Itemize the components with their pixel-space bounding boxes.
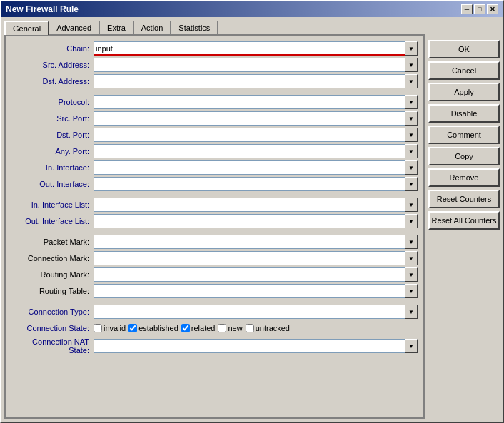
routing-mark-label: Routing Mark: [11, 270, 94, 279]
connection-mark-select[interactable] [94, 251, 418, 265]
any-port-label: Any. Port: [11, 147, 94, 156]
in-interface-label: In. Interface: [11, 163, 94, 172]
src-port-select[interactable] [94, 111, 418, 126]
disable-button[interactable]: Disable [428, 104, 500, 123]
src-address-select[interactable] [94, 58, 418, 72]
dst-address-wrap: ▼ [94, 74, 418, 88]
connection-type-row: Connection Type: ▼ [11, 305, 418, 319]
routing-table-select[interactable] [94, 284, 418, 298]
remove-button[interactable]: Remove [428, 168, 500, 187]
connection-type-wrap: ▼ [94, 305, 418, 319]
cs-established-checkbox[interactable] [128, 324, 137, 332]
apply-button[interactable]: Apply [428, 83, 500, 101]
cs-invalid-label: invalid [104, 324, 126, 332]
any-port-wrap: ▼ [94, 144, 418, 158]
tab-advanced[interactable]: Advanced [49, 21, 99, 35]
connection-state-items: invalid established related new [94, 324, 418, 332]
out-interface-list-wrap: ▼ [94, 214, 418, 228]
in-interface-row: In. Interface: ▼ [11, 160, 418, 175]
tab-extra[interactable]: Extra [99, 21, 133, 35]
in-interface-wrap: ▼ [94, 160, 418, 175]
connection-mark-label: Connection Mark: [11, 254, 94, 263]
out-interface-label: Out. Interface: [11, 180, 94, 188]
title-bar-buttons: ─ □ ✕ [461, 4, 498, 14]
connection-type-label: Connection Type: [11, 307, 94, 316]
protocol-label: Protocol: [11, 98, 94, 106]
cs-untracked-label: untracked [256, 324, 290, 332]
chain-label: Chain: [11, 44, 94, 53]
dst-port-select[interactable] [94, 128, 418, 142]
routing-table-label: Routing Table: [11, 287, 94, 295]
left-panel: General Advanced Extra Action Statistics… [4, 20, 425, 419]
src-address-wrap: ▼ [94, 58, 418, 72]
cs-related-checkbox[interactable] [181, 324, 190, 332]
in-interface-list-wrap: ▼ [94, 198, 418, 212]
routing-mark-wrap: ▼ [94, 267, 418, 282]
cs-invalid-checkbox[interactable] [94, 324, 102, 332]
connection-type-select[interactable] [94, 305, 418, 319]
packet-mark-select[interactable] [94, 235, 418, 249]
title-bar: New Firewall Rule ─ □ ✕ [1, 1, 503, 17]
ok-button[interactable]: OK [428, 40, 500, 58]
reset-counters-button[interactable]: Reset Counters [428, 190, 500, 208]
cs-untracked-checkbox[interactable] [246, 324, 254, 332]
copy-button[interactable]: Copy [428, 147, 500, 165]
tab-bar: General Advanced Extra Action Statistics [4, 20, 425, 34]
cs-established: established [128, 324, 178, 332]
out-interface-list-select[interactable] [94, 214, 418, 228]
out-interface-select[interactable] [94, 177, 418, 191]
in-interface-list-label: In. Interface List: [11, 200, 94, 209]
cancel-button[interactable]: Cancel [428, 61, 500, 80]
comment-button[interactable]: Comment [428, 126, 500, 144]
out-interface-row: Out. Interface: ▼ [11, 177, 418, 191]
dst-address-row: Dst. Address: ▼ [11, 74, 418, 88]
src-port-wrap: ▼ [94, 111, 418, 126]
protocol-select[interactable] [94, 95, 418, 109]
cs-untracked: untracked [246, 324, 290, 332]
main-content: General Advanced Extra Action Statistics… [1, 17, 503, 422]
connection-state-row: Connection State: invalid established [11, 321, 418, 335]
routing-mark-select[interactable] [94, 267, 418, 282]
chain-input[interactable] [94, 41, 405, 56]
chain-dropdown-arrow[interactable]: ▼ [405, 41, 418, 56]
packet-mark-wrap: ▼ [94, 235, 418, 249]
tab-statistics[interactable]: Statistics [171, 21, 218, 35]
dst-address-select[interactable] [94, 74, 418, 88]
dst-port-wrap: ▼ [94, 128, 418, 142]
dst-port-row: Dst. Port: ▼ [11, 128, 418, 142]
routing-mark-row: Routing Mark: ▼ [11, 267, 418, 282]
tab-action[interactable]: Action [133, 21, 171, 35]
out-interface-wrap: ▼ [94, 177, 418, 191]
packet-mark-row: Packet Mark: ▼ [11, 235, 418, 249]
window-title: New Firewall Rule [6, 4, 79, 14]
minimize-button[interactable]: ─ [461, 4, 473, 14]
reset-all-counters-button[interactable]: Reset All Counters [428, 211, 500, 230]
tab-general[interactable]: General [4, 21, 49, 35]
any-port-select[interactable] [94, 144, 418, 158]
restore-button[interactable]: □ [474, 4, 485, 14]
connection-nat-state-label: Connection NAT State: [11, 337, 94, 355]
src-address-label: Src. Address: [11, 61, 94, 69]
out-interface-list-label: Out. Interface List: [11, 217, 94, 225]
connection-nat-state-select[interactable] [94, 339, 418, 353]
in-interface-select[interactable] [94, 160, 418, 175]
src-port-row: Src. Port: ▼ [11, 111, 418, 126]
cs-new: new [218, 324, 242, 332]
cs-invalid: invalid [94, 324, 126, 332]
in-interface-list-select[interactable] [94, 198, 418, 212]
src-port-label: Src. Port: [11, 114, 94, 123]
protocol-row: Protocol: ▼ [11, 95, 418, 109]
dst-port-label: Dst. Port: [11, 131, 94, 139]
form-panel: Chain: ▼ Src. Address: ▼ Dst. [4, 34, 425, 419]
cs-new-checkbox[interactable] [218, 324, 226, 332]
connection-nat-state-row: Connection NAT State: ▼ [11, 337, 418, 355]
cs-new-label: new [228, 324, 242, 332]
any-port-row: Any. Port: ▼ [11, 144, 418, 158]
firewall-rule-window: New Firewall Rule ─ □ ✕ General Advanced… [0, 0, 504, 423]
packet-mark-label: Packet Mark: [11, 238, 94, 246]
out-interface-list-row: Out. Interface List: ▼ [11, 214, 418, 228]
right-panel: OK Cancel Apply Disable Comment Copy Rem… [425, 20, 500, 419]
dst-address-label: Dst. Address: [11, 77, 94, 86]
close-button[interactable]: ✕ [487, 4, 498, 14]
chain-input-wrap: ▼ [94, 41, 418, 56]
